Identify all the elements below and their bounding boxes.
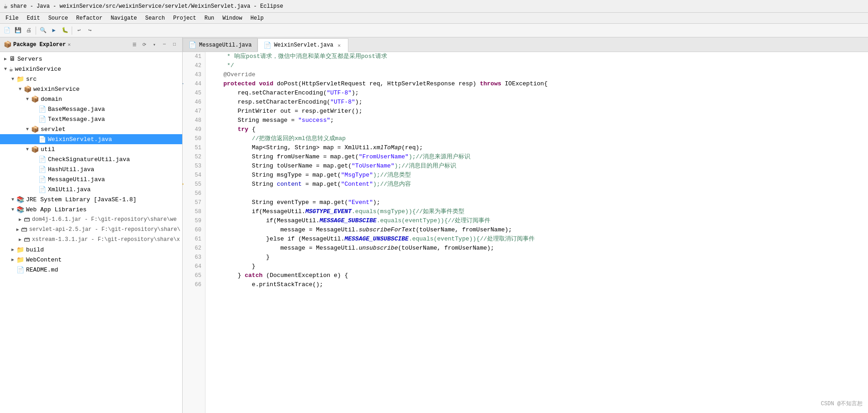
tab-weixinservlet-tab[interactable]: 📄WeixinServlet.java✕ <box>258 38 348 52</box>
tree-arrow-build[interactable]: ▶ <box>9 247 16 252</box>
code-line-62: message = MessageUtil.unsubscribe(toUser… <box>209 244 864 253</box>
menu-navigate[interactable]: Navigate <box>107 14 141 22</box>
tree-label-textmessage: TextMessage.java <box>48 116 105 123</box>
tree-item-weixinservice2[interactable]: ▼📦weixinService <box>0 84 182 94</box>
tab-close-weixinservlet-tab[interactable]: ✕ <box>336 42 342 48</box>
tree-icon-textmessage: 📄 <box>38 115 46 123</box>
toolbar-run[interactable]: ▶ <box>49 26 59 36</box>
line-num-45: 45 <box>184 89 201 98</box>
panel-sync-btn[interactable]: ⟳ <box>140 41 148 49</box>
tree-arrow-src[interactable]: ▼ <box>9 77 16 82</box>
tree-arrow-xstream[interactable]: ▶ <box>16 237 24 242</box>
tree-item-hashutil[interactable]: 📄HashUtil.java <box>0 164 182 174</box>
tree-item-servletapi[interactable]: ▶🗃servlet-api-2.5.jar - F:\git-repositor… <box>0 225 182 235</box>
panel-collapse-btn[interactable]: ☰ <box>130 41 138 49</box>
tree-item-textmessage[interactable]: 📄TextMessage.java <box>0 114 182 124</box>
code-seg-45: req.setCharacterEncoding( <box>209 89 326 98</box>
tree-item-domain[interactable]: ▼📦domain <box>0 94 182 104</box>
toolbar-undo[interactable]: ↩ <box>74 26 84 36</box>
line-num-52: 52 <box>184 152 201 162</box>
tree-arrow-dom4j[interactable]: ▶ <box>16 217 24 222</box>
tree-label-weixinservice2: weixinService <box>33 86 79 93</box>
menu-file[interactable]: File <box>2 14 22 22</box>
tree-arrow-util[interactable]: ▼ <box>24 147 31 152</box>
tree-label-webapp: Web App Libraries <box>26 206 87 213</box>
code-seg-64: } <box>209 262 255 271</box>
code-seg-55: content <box>277 180 302 189</box>
tree-item-checksig[interactable]: 📄CheckSignatureUtil.java <box>0 154 182 164</box>
tree-icon-jre: 📚 <box>16 196 24 204</box>
panel-menu-btn[interactable]: ▾ <box>150 41 158 49</box>
tree-item-weixinservlet[interactable]: 📄WeixinServlet.java <box>0 134 182 144</box>
menu-window[interactable]: Window <box>219 14 246 22</box>
toolbar-debug[interactable]: 🐛 <box>60 26 70 36</box>
code-area[interactable]: * 响应post请求，微信中消息和菜单交互都是采用post请求 */ @Over… <box>205 52 868 413</box>
tree-item-build[interactable]: ▶📁build <box>0 245 182 255</box>
line-num-44: 44 <box>184 79 201 89</box>
menu-source[interactable]: Source <box>45 14 72 22</box>
tree-item-xstream[interactable]: ▶🗃xstream-1.3.1.jar - F:\git-repository\… <box>0 235 182 245</box>
tree-arrow-servletapi[interactable]: ▶ <box>15 227 21 232</box>
line-num-60: 60 <box>184 225 201 235</box>
tree-label-xstream: xstream-1.3.1.jar - F:\git-repository\sh… <box>32 236 180 243</box>
tree-arrow-weixinservice[interactable]: ▼ <box>2 67 9 72</box>
tree-icon-webapp: 📚 <box>16 206 24 214</box>
tree-item-xmlutil[interactable]: 📄XmlUtil.java <box>0 184 182 194</box>
menu-help[interactable]: Help <box>247 14 268 22</box>
tree-arrow-webcontent[interactable]: ▶ <box>9 257 16 262</box>
line-num-61: 61 <box>184 235 201 244</box>
tree-item-util[interactable]: ▼📦util <box>0 144 182 154</box>
toolbar-print[interactable]: 🖨 <box>24 26 34 36</box>
tree-item-messageutil[interactable]: 📄MessageUtil.java <box>0 174 182 184</box>
tab-icon-messageutil-tab: 📄 <box>189 41 196 49</box>
tree-item-dom4j[interactable]: ▶🗃dom4j-1.6.1.jar - F:\git-repository\sh… <box>0 214 182 225</box>
tree-item-weixinservice[interactable]: ▼☕weixinService <box>0 64 182 74</box>
tree-label-domain: domain <box>41 96 62 103</box>
menu-search[interactable]: Search <box>142 14 168 22</box>
tree-arrow-weixinservice2[interactable]: ▼ <box>16 87 24 92</box>
tree-view: ▶🖥Servers▼☕weixinService▼📁src▼📦weixinSer… <box>0 52 182 413</box>
toolbar-new[interactable]: 📄 <box>2 26 12 36</box>
menu-edit[interactable]: Edit <box>23 14 44 22</box>
tree-arrow-servlet[interactable]: ▼ <box>24 127 31 132</box>
code-seg-48: String message = <box>209 116 298 125</box>
panel-minimize-btn[interactable]: ─ <box>160 41 168 49</box>
code-seg-58: .equals(msgType)){//如果为事件类型 <box>352 207 464 216</box>
code-seg-61: .equals(eventType)){//处理取消订阅事件 <box>409 235 535 244</box>
toolbar-save[interactable]: 💾 <box>13 26 23 36</box>
code-seg-52: "FromUserName" <box>359 152 409 162</box>
app-icon: ☕ <box>4 2 7 10</box>
line-num-66: 66 <box>184 280 201 289</box>
tree-arrow-webapp[interactable]: ▼ <box>9 207 16 212</box>
tree-item-servlet[interactable]: ▼📦servlet <box>0 124 182 134</box>
panel-maximize-btn[interactable]: □ <box>170 41 179 49</box>
tree-item-webcontent[interactable]: ▶📁WebContent <box>0 255 182 265</box>
tab-messageutil-tab[interactable]: 📄MessageUtil.java <box>183 38 258 52</box>
line-num-47: 47 <box>184 107 201 116</box>
code-line-52: String fromUserName = map.get("FromUserN… <box>209 152 864 162</box>
toolbar-search[interactable]: 🔍 <box>38 26 48 36</box>
code-seg-57: "Event" <box>348 198 373 207</box>
tree-item-jre[interactable]: ▼📚JRE System Library [JavaSE-1.8] <box>0 194 182 204</box>
tree-arrow-jre[interactable]: ▼ <box>9 197 16 202</box>
menu-run[interactable]: Run <box>201 14 218 22</box>
tree-icon-xmlutil: 📄 <box>38 186 46 193</box>
tab-label-messageutil-tab: MessageUtil.java <box>199 42 252 48</box>
tree-item-basemessage[interactable]: 📄BaseMessage.java <box>0 104 182 114</box>
tree-item-servers[interactable]: ▶🖥Servers <box>0 54 182 64</box>
menu-project[interactable]: Project <box>169 14 200 22</box>
toolbar-redo[interactable]: ↪ <box>85 26 95 36</box>
tree-icon-build: 📁 <box>16 246 24 254</box>
tree-arrow-servers[interactable]: ▶ <box>2 56 9 62</box>
tree-item-readme[interactable]: 📄README.md <box>0 265 182 275</box>
code-line-53: String toUserName = map.get("ToUserName"… <box>209 162 864 171</box>
code-line-54: String msgType = map.get("MsgType");//消息… <box>209 171 864 180</box>
tree-arrow-domain[interactable]: ▼ <box>24 97 31 102</box>
code-seg-54: );//消息类型 <box>373 171 411 180</box>
tree-item-src[interactable]: ▼📁src <box>0 74 182 84</box>
code-seg-58: MSGTYPE_EVENT <box>305 207 352 216</box>
tree-item-webapp[interactable]: ▼📚Web App Libraries <box>0 204 182 214</box>
menu-refactor[interactable]: Refactor <box>73 14 106 22</box>
code-seg-58: if(MessageUtil. <box>209 207 305 216</box>
code-seg-46: resp.setCharacterEncoding( <box>209 98 330 107</box>
